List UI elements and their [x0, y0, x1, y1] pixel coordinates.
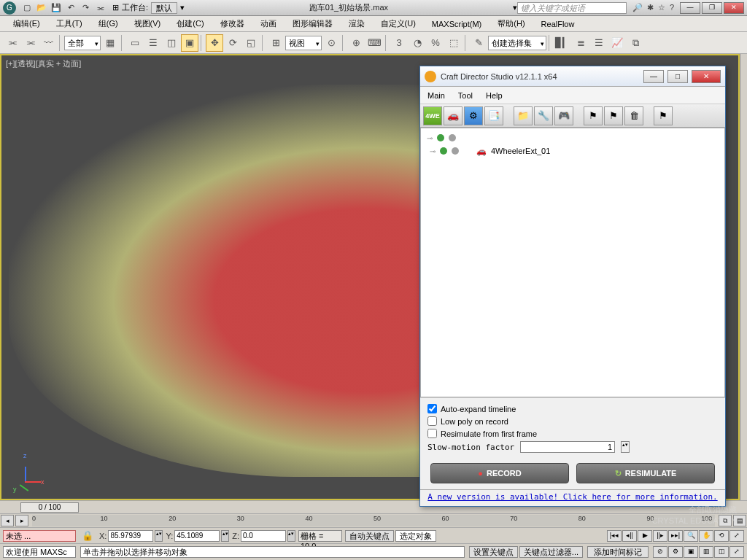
resimulate-button[interactable]: RESIMULATE: [576, 463, 715, 483]
command-panel-edge[interactable]: [740, 54, 747, 500]
align-icon[interactable]: ≣: [572, 34, 589, 52]
opt-resimfirst-checkbox[interactable]: [427, 429, 437, 438]
keyfilter-button[interactable]: 关键点过滤器...: [519, 546, 583, 558]
menu-customize[interactable]: 自定义(U): [374, 17, 423, 31]
nav-orbit-icon[interactable]: ⟲: [714, 530, 729, 542]
menu-maxscript[interactable]: MAXScript(M): [425, 18, 489, 30]
named-sel-icon[interactable]: ✎: [470, 34, 487, 52]
selected-object-dropdown[interactable]: 选定对象: [395, 530, 436, 542]
spinner-icon[interactable]: ▴▾: [221, 530, 229, 542]
timeline-prev-icon[interactable]: ◂: [1, 515, 14, 526]
percent-snap-icon[interactable]: %: [427, 34, 444, 52]
nav-max2-icon[interactable]: ⤢: [729, 546, 744, 558]
selection-scope-dropdown[interactable]: 全部: [64, 36, 101, 50]
script-listener[interactable]: 欢迎使用 MAXSc: [3, 546, 76, 558]
opt-resimfirst[interactable]: Resimulate from first frame: [427, 427, 718, 440]
coord-z-input[interactable]: [241, 530, 286, 542]
angle-snap-icon[interactable]: ◔: [409, 34, 426, 52]
slowmotion-input[interactable]: [520, 441, 615, 453]
menu-edit[interactable]: 编辑(E): [6, 17, 47, 31]
selection-status[interactable]: 未选 ...: [3, 530, 76, 542]
spinner-icon[interactable]: ▴▾: [155, 530, 163, 542]
timeline-config-icon[interactable]: ⧉: [719, 515, 732, 526]
nav-max-icon[interactable]: ⤢: [729, 530, 744, 542]
timeline-next-icon[interactable]: ▸: [15, 515, 28, 526]
folder-icon[interactable]: 📁: [514, 106, 533, 125]
autokey-button[interactable]: 自动关键点: [345, 530, 394, 542]
filter-icon[interactable]: ▦: [101, 34, 119, 52]
4we-button[interactable]: 4WE: [423, 106, 442, 125]
add-time-tag-button[interactable]: 添加时间标记: [587, 546, 649, 558]
select-manip-icon[interactable]: ⊕: [347, 34, 365, 52]
spinner-snap-icon[interactable]: ⬚: [445, 34, 462, 52]
opt-lowpoly-checkbox[interactable]: [427, 416, 437, 426]
tree-root-row[interactable]: ⊸: [424, 131, 721, 144]
nav-zoomext-icon[interactable]: ▣: [684, 546, 698, 558]
close-button[interactable]: ✕: [724, 2, 744, 14]
unlink-tool-icon[interactable]: ⫘: [21, 34, 39, 52]
menu-group[interactable]: 组(G): [91, 17, 125, 31]
select-region-icon[interactable]: ◫: [163, 34, 180, 52]
coord-x-input[interactable]: [108, 530, 153, 542]
ref-coord-dropdown[interactable]: 视图: [285, 36, 322, 50]
time-slider-handle[interactable]: 0 / 100: [20, 502, 79, 513]
star-icon[interactable]: ☆: [658, 3, 665, 12]
redo-icon[interactable]: ↷: [79, 2, 92, 14]
viewport-label[interactable]: [+][透视][真实 + 边面]: [6, 58, 81, 69]
help-icon[interactable]: ?: [670, 3, 674, 12]
workspace-name[interactable]: 默认: [151, 2, 177, 14]
scale-tool-icon[interactable]: ◱: [242, 34, 260, 52]
opt-lowpoly[interactable]: Low poly on record: [427, 415, 718, 427]
menu-grapheditor[interactable]: 图形编辑器: [285, 17, 340, 31]
goto-end-icon[interactable]: ▸▸|: [668, 530, 683, 542]
mirror-icon[interactable]: ▊▎: [554, 34, 571, 52]
open-icon[interactable]: 📂: [35, 2, 48, 14]
move-tool-icon[interactable]: ✥: [206, 34, 223, 52]
nav-region-icon[interactable]: ◫: [714, 546, 729, 558]
dialog-menu-main[interactable]: Main: [427, 91, 445, 100]
flag1-icon[interactable]: ⚑: [584, 106, 603, 125]
center-pivot-icon[interactable]: ⊙: [322, 34, 340, 52]
dialog-minimize-button[interactable]: —: [643, 70, 664, 83]
tree-item-row[interactable]: ⊸ 🚗 4WheelerExt_01: [424, 144, 721, 158]
time-config-icon[interactable]: ⚙: [668, 546, 683, 558]
named-selection-dropdown[interactable]: 创建选择集: [488, 36, 546, 50]
spinner-icon[interactable]: ▴▾: [287, 530, 295, 542]
wrench-icon[interactable]: 🔧: [534, 106, 553, 125]
keymode-icon[interactable]: ⊘: [653, 546, 667, 558]
menu-create[interactable]: 创建(C): [169, 17, 211, 31]
ref-coord-icon[interactable]: ⊞: [267, 34, 285, 52]
schematic-icon[interactable]: ⧉: [627, 34, 644, 52]
save-icon[interactable]: 💾: [50, 2, 63, 14]
dialog-titlebar[interactable]: Craft Director Studio v12.1.1 x64 — □ ✕: [420, 66, 725, 87]
dialog-close-button[interactable]: ✕: [692, 70, 721, 83]
menu-modifier[interactable]: 修改器: [213, 17, 252, 31]
link-icon[interactable]: ⫘: [93, 2, 107, 14]
coord-y-input[interactable]: [174, 530, 220, 542]
search-input[interactable]: 键入关键字或短语: [517, 2, 627, 14]
maximize-button[interactable]: ❐: [702, 2, 722, 14]
timeline-ruler[interactable]: 0 10 20 30 40 50 60 70 80 90 100: [32, 515, 715, 526]
dialog-tree[interactable]: ⊸ ⊸ 🚗 4WheelerExt_01: [420, 128, 725, 397]
window-crossing-icon[interactable]: ▣: [181, 34, 198, 52]
flag2-icon[interactable]: ⚑: [604, 106, 623, 125]
curve-editor-icon[interactable]: 📈: [608, 34, 626, 52]
rotate-tool-icon[interactable]: ⟳: [224, 34, 241, 52]
opt-autoexpand-checkbox[interactable]: [427, 404, 437, 413]
dialog-menu-tool[interactable]: Tool: [458, 91, 473, 100]
record-button[interactable]: RECORD: [430, 463, 569, 483]
nav-zoom-icon[interactable]: 🔍: [684, 530, 698, 542]
prev-frame-icon[interactable]: ◂||: [622, 530, 637, 542]
goto-start-icon[interactable]: |◂◂: [607, 530, 622, 542]
keyboard-shortcut-icon[interactable]: ⌨: [365, 34, 383, 52]
dialog-maximize-button[interactable]: □: [667, 70, 688, 83]
dialog-status-link[interactable]: A new version is available! Click here f…: [420, 489, 725, 505]
workspace-selector[interactable]: ⊞ 工作台: 默认 ▾: [112, 2, 185, 14]
undo-icon[interactable]: ↶: [64, 2, 77, 14]
nav-pan-icon[interactable]: ✋: [699, 530, 713, 542]
flag3-icon[interactable]: ⚑: [654, 106, 673, 125]
selection-lock-icon[interactable]: 🔒: [79, 527, 96, 545]
timeline-expand-icon[interactable]: ▤: [733, 515, 746, 526]
vehicle-icon[interactable]: 🚗: [444, 106, 462, 125]
menu-help[interactable]: 帮助(H): [490, 17, 532, 31]
